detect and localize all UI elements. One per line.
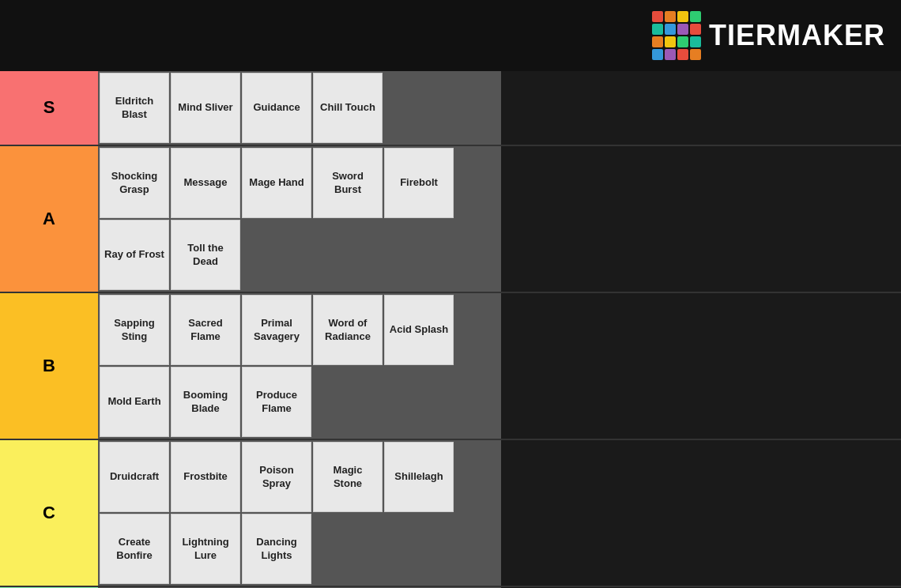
logo-grid (652, 11, 701, 60)
tier-container: SEldritch BlastMind SliverGuidanceChill … (0, 71, 901, 588)
logo-text: TiERMAKER (709, 19, 885, 52)
tier-item[interactable]: Firebolt (384, 148, 454, 218)
dark-filler (501, 71, 901, 145)
dark-filler (501, 146, 901, 292)
tier-row-c: CDruidcraftFrostbitePoison SprayMagic St… (0, 440, 901, 587)
tier-label-b: B (0, 293, 98, 439)
tier-row-a: AShocking GraspMessageMage HandSword Bur… (0, 146, 901, 293)
tier-item[interactable]: Poison Spray (242, 442, 311, 512)
tier-item[interactable]: Druidcraft (100, 442, 169, 512)
tier-item[interactable]: Ray of Frost (100, 220, 169, 290)
tier-item[interactable]: Sapping Sting (100, 295, 169, 365)
tier-item[interactable]: Lightning Lure (171, 514, 240, 584)
tier-item[interactable]: Mind Sliver (171, 73, 240, 143)
tier-label-a: A (0, 146, 98, 292)
tier-item[interactable]: Produce Flame (242, 367, 311, 437)
logo: TiERMAKER (652, 11, 885, 60)
tier-items-a: Shocking GraspMessageMage HandSword Burs… (98, 146, 501, 292)
tier-items-b: Sapping StingSacred FlamePrimal Savagery… (98, 293, 501, 439)
dark-filler (501, 293, 901, 439)
tier-item[interactable]: Mold Earth (100, 367, 169, 437)
tier-item[interactable]: Magic Stone (313, 442, 383, 512)
tier-item[interactable]: Message (171, 148, 240, 218)
tier-label-s: S (0, 71, 98, 145)
tier-item[interactable]: Guidance (242, 73, 311, 143)
tier-item[interactable]: Frostbite (171, 442, 240, 512)
tier-item[interactable]: Acid Splash (384, 295, 454, 365)
tier-item[interactable]: Eldritch Blast (100, 73, 169, 143)
tier-item[interactable]: Mage Hand (242, 148, 311, 218)
tier-item[interactable]: Primal Savagery (242, 295, 311, 365)
tier-item[interactable]: Chill Touch (313, 73, 383, 143)
tier-item[interactable]: Sword Burst (313, 148, 383, 218)
tier-item[interactable]: Shocking Grasp (100, 148, 169, 218)
tier-item[interactable]: Create Bonfire (100, 514, 169, 584)
tier-item[interactable]: Word of Radiance (313, 295, 383, 365)
header: TiERMAKER (0, 0, 901, 71)
tier-items-s: Eldritch BlastMind SliverGuidanceChill T… (98, 71, 501, 145)
tier-item[interactable]: Sacred Flame (171, 295, 240, 365)
tier-label-c: C (0, 440, 98, 586)
tier-item[interactable]: Shillelagh (384, 442, 454, 512)
tier-items-c: DruidcraftFrostbitePoison SprayMagic Sto… (98, 440, 501, 586)
tier-row-s: SEldritch BlastMind SliverGuidanceChill … (0, 71, 901, 146)
tier-item[interactable]: Booming Blade (171, 367, 240, 437)
tier-row-b: BSapping StingSacred FlamePrimal Savager… (0, 293, 901, 440)
tier-item[interactable]: Toll the Dead (171, 220, 240, 290)
tier-item[interactable]: Dancing Lights (242, 514, 311, 584)
dark-filler (501, 440, 901, 586)
